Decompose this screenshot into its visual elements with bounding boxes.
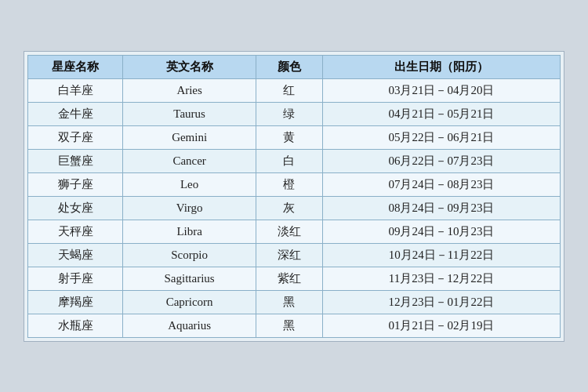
cell-chinese: 天蝎座 [28,243,123,267]
cell-color: 淡红 [256,220,323,243]
zodiac-table: 星座名称 英文名称 颜色 出生日期（阳历） 白羊座Aries红03月21日－04… [27,55,561,338]
cell-english: Taurus [123,102,256,125]
cell-color: 黑 [256,314,323,337]
table-row: 双子座Gemini黄05月22日－06月21日 [28,125,561,149]
table-row: 射手座Sagittarius紫红11月23日－12月22日 [28,267,561,290]
cell-date: 12月23日－01月22日 [322,290,560,314]
table-row: 天蝎座Scorpio深红10月24日－11月22日 [28,243,561,267]
cell-color: 灰 [256,196,323,220]
cell-date: 11月23日－12月22日 [322,267,560,290]
cell-color: 黄 [256,125,323,149]
cell-english: Scorpio [123,243,256,267]
cell-color: 黑 [256,290,323,314]
cell-date: 08月24日－09月23日 [322,196,560,220]
cell-english: Sagittarius [123,267,256,290]
cell-date: 01月21日－02月19日 [322,314,560,337]
table-row: 天秤座Libra淡红09月24日－10月23日 [28,220,561,243]
cell-chinese: 摩羯座 [28,290,123,314]
cell-english: Libra [123,220,256,243]
cell-english: Aquarius [123,314,256,337]
table-row: 水瓶座Aquarius黑01月21日－02月19日 [28,314,561,337]
header-chinese: 星座名称 [28,55,123,78]
cell-english: Aries [123,78,256,102]
cell-color: 白 [256,149,323,172]
table-row: 处女座Virgo灰08月24日－09月23日 [28,196,561,220]
cell-date: 07月24日－08月23日 [322,172,560,196]
header-color: 颜色 [256,55,323,78]
table-row: 狮子座Leo橙07月24日－08月23日 [28,172,561,196]
cell-english: Capricorn [123,290,256,314]
cell-color: 紫红 [256,267,323,290]
cell-english: Cancer [123,149,256,172]
cell-date: 03月21日－04月20日 [322,78,560,102]
cell-date: 09月24日－10月23日 [322,220,560,243]
cell-chinese: 双子座 [28,125,123,149]
cell-chinese: 射手座 [28,267,123,290]
cell-chinese: 白羊座 [28,78,123,102]
cell-color: 红 [256,78,323,102]
cell-english: Leo [123,172,256,196]
cell-chinese: 金牛座 [28,102,123,125]
cell-date: 06月22日－07月23日 [322,149,560,172]
cell-chinese: 天秤座 [28,220,123,243]
table-row: 金牛座Taurus绿04月21日－05月21日 [28,102,561,125]
table-row: 摩羯座Capricorn黑12月23日－01月22日 [28,290,561,314]
header-english: 英文名称 [123,55,256,78]
header-date: 出生日期（阳历） [322,55,560,78]
cell-date: 05月22日－06月21日 [322,125,560,149]
zodiac-table-container: 星座名称 英文名称 颜色 出生日期（阳历） 白羊座Aries红03月21日－04… [24,51,564,342]
table-header-row: 星座名称 英文名称 颜色 出生日期（阳历） [28,55,561,78]
cell-date: 10月24日－11月22日 [322,243,560,267]
cell-color: 橙 [256,172,323,196]
cell-color: 深红 [256,243,323,267]
cell-english: Gemini [123,125,256,149]
cell-chinese: 狮子座 [28,172,123,196]
cell-date: 04月21日－05月21日 [322,102,560,125]
table-row: 白羊座Aries红03月21日－04月20日 [28,78,561,102]
table-row: 巨蟹座Cancer白06月22日－07月23日 [28,149,561,172]
cell-chinese: 水瓶座 [28,314,123,337]
cell-chinese: 巨蟹座 [28,149,123,172]
cell-chinese: 处女座 [28,196,123,220]
cell-color: 绿 [256,102,323,125]
cell-english: Virgo [123,196,256,220]
